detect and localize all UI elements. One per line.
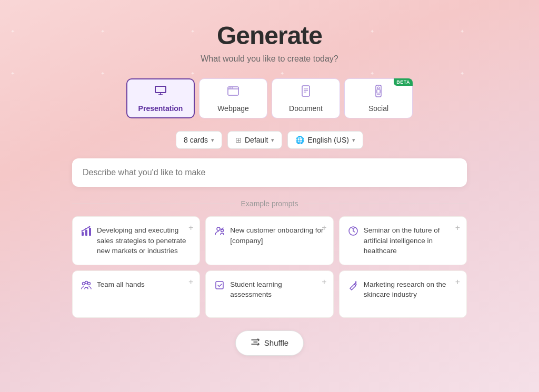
svg-point-29 (88, 282, 91, 285)
shuffle-icon (251, 337, 260, 349)
language-value: English (US) (307, 136, 349, 144)
skincare-research-add-icon: + (455, 277, 460, 287)
cards-value: 8 cards (184, 136, 208, 144)
language-dropdown-arrow: ▾ (352, 137, 355, 144)
student-assessments-text: Student learning assessments (230, 279, 324, 300)
ai-seminar-text: Seminar on the future of artificial inte… (364, 225, 458, 256)
type-tabs-container: Presentation Webpage Document BETA (126, 78, 413, 118)
presentation-icon (154, 84, 167, 101)
example-prompts-label: Example prompts (241, 199, 298, 208)
tab-webpage-label: Webpage (217, 104, 249, 113)
tab-presentation[interactable]: Presentation (126, 78, 195, 118)
skincare-research-icon (348, 280, 358, 293)
student-assessments-add-icon: + (322, 277, 326, 287)
svg-point-28 (85, 281, 88, 284)
svg-rect-10 (302, 86, 310, 96)
prompt-card-customer-onboarding[interactable]: New customer onboarding for [company] + (205, 216, 333, 265)
layout-value: Default (245, 136, 268, 144)
svg-point-21 (82, 230, 83, 232)
team-all-hands-icon (81, 280, 92, 293)
sales-strategies-icon (81, 226, 92, 239)
team-all-hands-add-icon: + (188, 277, 193, 287)
ai-seminar-icon (348, 226, 358, 239)
prompt-input-container (72, 158, 467, 187)
cards-dropdown-arrow: ▾ (211, 137, 214, 144)
example-prompts-section: Example prompts Developing and executing… (72, 199, 467, 330)
svg-rect-17 (377, 89, 380, 93)
prompt-input[interactable] (83, 168, 456, 177)
sales-strategies-add-icon: + (188, 223, 193, 233)
tab-document-label: Document (289, 104, 323, 113)
customer-onboarding-icon (214, 226, 225, 239)
beta-badge: BETA (394, 78, 413, 86)
svg-rect-20 (89, 228, 91, 236)
tab-webpage[interactable]: Webpage (199, 78, 267, 118)
page-subtitle: What would you like to create today? (201, 54, 338, 64)
language-dropdown[interactable]: 🌐 English (US) ▾ (287, 131, 363, 149)
svg-point-22 (85, 228, 87, 230)
svg-rect-2 (155, 86, 166, 93)
prompt-card-team-all-hands[interactable]: Team all hands + (72, 270, 200, 318)
tab-social-label: Social (368, 104, 388, 113)
ai-seminar-add-icon: + (455, 223, 460, 233)
team-all-hands-text: Team all hands (97, 279, 191, 290)
shuffle-button[interactable]: Shuffle (235, 330, 304, 356)
prompt-card-ai-seminar[interactable]: Seminar on the future of artificial inte… (339, 216, 467, 265)
layout-icon: ⊞ (235, 136, 242, 144)
prompt-card-student-assessments[interactable]: Student learning assessments + (205, 270, 333, 318)
tab-document[interactable]: Document (272, 78, 340, 118)
skincare-research-text: Marketing research on the skincare indus… (364, 279, 458, 300)
divider-line-right (304, 204, 467, 204)
svg-point-16 (377, 87, 380, 89)
svg-rect-6 (228, 87, 238, 95)
prompts-grid: Developing and executing sales strategie… (72, 216, 467, 318)
svg-rect-18 (82, 232, 84, 236)
svg-point-8 (229, 87, 231, 88)
webpage-icon (226, 84, 240, 101)
page-title: Generate (217, 21, 322, 50)
svg-rect-30 (216, 282, 223, 289)
document-icon (299, 84, 313, 101)
prompt-card-sales-strategies[interactable]: Developing and executing sales strategie… (72, 216, 200, 265)
svg-point-9 (232, 87, 233, 88)
example-prompts-divider: Example prompts (72, 199, 467, 208)
tab-presentation-label: Presentation (138, 104, 183, 113)
social-icon (372, 84, 385, 101)
sales-strategies-text: Developing and executing sales strategie… (97, 225, 191, 256)
prompt-card-skincare-research[interactable]: Marketing research on the skincare indus… (339, 270, 467, 318)
svg-rect-19 (85, 230, 87, 236)
svg-point-24 (217, 227, 220, 230)
svg-point-23 (89, 226, 91, 228)
customer-onboarding-add-icon: + (322, 223, 326, 233)
svg-point-27 (83, 282, 85, 285)
layout-dropdown[interactable]: ⊞ Default ▾ (227, 131, 282, 149)
cards-dropdown[interactable]: 8 cards ▾ (176, 131, 222, 149)
language-icon: 🌐 (295, 136, 304, 144)
customer-onboarding-text: New customer onboarding for [company] (230, 225, 324, 246)
tab-social[interactable]: BETA Social (344, 78, 413, 118)
controls-row: 8 cards ▾ ⊞ Default ▾ 🌐 English (US) ▾ (176, 131, 363, 149)
shuffle-label: Shuffle (264, 338, 288, 347)
svg-point-31 (355, 281, 356, 283)
divider-line-left (72, 204, 235, 204)
student-assessments-icon (214, 280, 225, 293)
layout-dropdown-arrow: ▾ (271, 137, 274, 144)
